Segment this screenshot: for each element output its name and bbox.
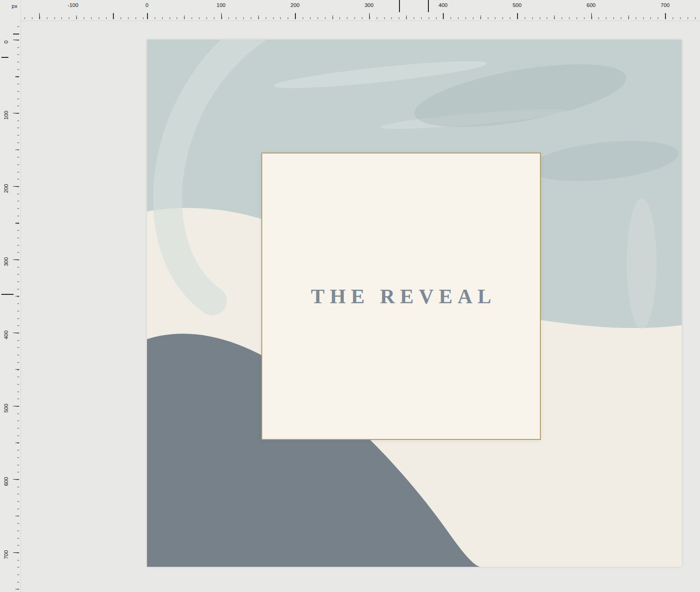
ruler-vertical-label: 600 [3,477,9,486]
ruler-horizontal-label: 200 [291,2,300,8]
ruler-horizontal-label: 300 [364,2,373,8]
ruler-horizontal-label: 700 [661,2,670,8]
design-canvas[interactable]: THE REVEAL [147,40,682,567]
ruler-marker [399,0,400,12]
reveal-card[interactable]: THE REVEAL [261,153,541,440]
ruler-vertical-label: 100 [3,111,9,119]
ruler-vertical-label: 400 [3,330,9,339]
ruler-horizontal-label: 400 [439,2,448,8]
ruler-unit-label: px [12,3,17,9]
ruler-marker [1,294,14,295]
ruler-vertical-major-ticks [13,0,19,592]
ruler-horizontal-label: 0 [146,2,148,8]
ruler-horizontal-label: 600 [587,2,595,8]
ruler-horizontal-major-ticks [0,13,700,19]
ruler-vertical-label: 700 [3,550,9,559]
card-title[interactable]: THE REVEAL [306,285,496,308]
ruler-horizontal[interactable]: -1000100200300400500600700 [0,0,700,21]
ruler-horizontal-label: 100 [217,2,225,8]
ruler-vertical-label: 0 [3,41,9,43]
ruler-vertical-label: 200 [3,184,9,193]
ruler-marker [1,57,8,58]
ruler-vertical[interactable]: 0100200300400500600700 [0,0,21,592]
app-window: THE REVEAL -1000100200300400500600700 01… [0,0,700,592]
ruler-horizontal-label: 500 [512,2,521,8]
light-streak [627,198,657,329]
ruler-vertical-label: 300 [3,257,9,266]
ruler-marker [428,0,429,12]
ruler-horizontal-label: -100 [68,2,78,8]
ruler-corner: px [0,0,21,21]
ruler-vertical-label: 500 [3,404,9,412]
